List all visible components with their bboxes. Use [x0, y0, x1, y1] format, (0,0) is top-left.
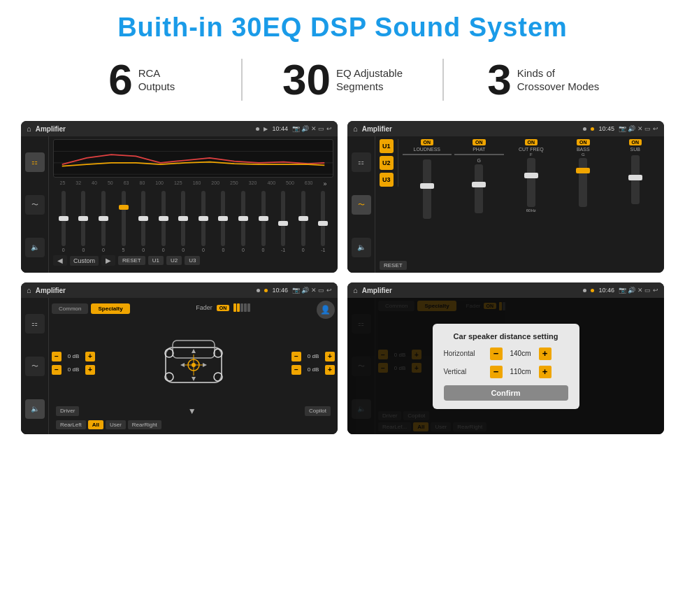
phat-on[interactable]: ON [473, 139, 486, 145]
horizontal-minus-btn[interactable]: − [490, 348, 503, 360]
vertical-minus-btn[interactable]: − [490, 366, 503, 378]
bass-label: BASS [577, 147, 590, 152]
db-plus-3[interactable]: + [325, 352, 335, 361]
horizontal-label: Horizontal [444, 350, 486, 357]
speaker-bottom-btns: Driver ▼ Copilot [52, 404, 335, 418]
screen2-time: 10:45 [598, 125, 614, 132]
eq-icon-btn[interactable]: ⚏ [25, 152, 45, 172]
confirm-button[interactable]: Confirm [444, 385, 568, 401]
screen3-dot2 [264, 289, 268, 292]
btn-rearright[interactable]: RearRight [128, 420, 161, 429]
eq-sliders: 0 0 0 5 0 0 0 0 0 0 0 -1 0 -1 [53, 189, 333, 252]
user-icon[interactable]: 👤 [317, 301, 335, 319]
eq-icon-btn-2[interactable]: ⚏ [352, 152, 371, 172]
wave-btn-2[interactable]: 〜 [352, 195, 371, 215]
stat-crossover-text: Kinds of Crossover Modes [517, 66, 600, 94]
wave-btn[interactable]: 〜 [25, 195, 45, 215]
dialog-overlay: Car speaker distance setting Horizontal … [347, 298, 664, 434]
svg-marker-15 [180, 363, 185, 367]
home-icon[interactable]: ⌂ [27, 124, 31, 133]
car-layout [99, 334, 287, 393]
preset-u1[interactable]: U1 [380, 139, 394, 153]
btn-all[interactable]: All [88, 420, 103, 429]
screen2-icons: 📷 🔊 ✕ ▭ ↩ [619, 125, 658, 132]
eq-icon-btn-3[interactable]: ⚏ [25, 314, 45, 334]
svg-marker-14 [192, 377, 196, 381]
speaker-btn[interactable]: 🔈 [25, 238, 45, 257]
eq-custom-label: Custom [70, 256, 99, 266]
db-minus-2[interactable]: − [52, 365, 62, 375]
vertical-label: Vertical [444, 368, 486, 375]
screen2-title: Amplifier [362, 125, 579, 133]
db-minus-3[interactable]: − [291, 352, 301, 361]
screen4-dot2 [591, 289, 594, 292]
svg-marker-16 [203, 363, 207, 367]
btn-driver[interactable]: Driver [56, 406, 79, 416]
screen-speaker: ⌂ Amplifier 10:46 📷 🔊 ✕ ▭ ↩ ⚏ 〜 🔈 Common… [21, 282, 338, 434]
speaker-btn-2[interactable]: 🔈 [352, 238, 371, 257]
stats-row: 6 RCA Outputs 30 EQ Adjustable Segments … [0, 51, 685, 114]
preset-u3[interactable]: U3 [380, 173, 394, 187]
eq-prev-btn[interactable]: ◀ [53, 255, 67, 266]
fader-on[interactable]: ON [217, 305, 230, 311]
eq-freq-labels: 2532405063 80100125160200 25032040050063… [53, 180, 333, 187]
preset-u2[interactable]: U2 [380, 156, 394, 170]
bass-on[interactable]: ON [577, 139, 590, 145]
screen4-time: 10:46 [598, 287, 614, 294]
eq-next-btn[interactable]: ▶ [101, 255, 115, 266]
vertical-value: 110cm [507, 368, 535, 375]
tab-specialty[interactable]: Specialty [91, 303, 129, 314]
screen1-side-controls: ⚏ 〜 🔈 [21, 136, 49, 273]
sub-on[interactable]: ON [629, 139, 642, 145]
btn-copilot[interactable]: Copilot [305, 406, 331, 416]
cutfreq-on[interactable]: ON [525, 139, 538, 145]
loudness-label: LOUDNESS [414, 147, 441, 152]
fader-label: Fader [196, 304, 212, 311]
screen1-play-icon: ▶ [264, 126, 268, 132]
dialog-horizontal-row: Horizontal − 140cm + [444, 348, 568, 360]
stat-rca-text: RCA Outputs [138, 66, 175, 94]
wave-btn-3[interactable]: 〜 [25, 357, 45, 376]
screens-grid: ⌂ Amplifier ▶ 10:44 📷 🔊 ✕ ▭ ↩ ⚏ 〜 🔈 [0, 114, 685, 448]
stat-eq: 30 EQ Adjustable Segments [243, 58, 442, 101]
eq-reset-btn[interactable]: RESET [118, 256, 145, 265]
horizontal-plus-btn[interactable]: + [539, 348, 551, 360]
screen4-topbar: ⌂ Amplifier 10:46 📷 🔊 ✕ ▭ ↩ [347, 282, 664, 298]
home-icon-4[interactable]: ⌂ [353, 286, 358, 294]
screen2-dot2 [591, 127, 594, 131]
db-plus-2[interactable]: + [85, 365, 95, 375]
eq-u2-btn[interactable]: U2 [166, 256, 182, 265]
stat-rca: 6 RCA Outputs [42, 58, 241, 101]
home-icon-2[interactable]: ⌂ [353, 124, 358, 133]
screen4-dot1 [583, 289, 586, 292]
eq-u1-btn[interactable]: U1 [148, 256, 164, 265]
loudness-on[interactable]: ON [421, 139, 434, 145]
btn-user[interactable]: User [106, 420, 126, 429]
speaker-bottom-btns-2: RearLeft All User RearRight [52, 418, 335, 431]
screen4-title: Amplifier [362, 287, 579, 294]
horizontal-value: 140cm [507, 350, 535, 357]
db-minus-1[interactable]: − [52, 352, 62, 361]
db-minus-4[interactable]: − [291, 365, 301, 375]
screen2-side-controls: ⚏ 〜 🔈 [347, 136, 375, 273]
screen1-topbar: ⌂ Amplifier ▶ 10:44 📷 🔊 ✕ ▭ ↩ [21, 121, 338, 136]
db-plus-4[interactable]: + [325, 365, 335, 375]
stat-eq-text: EQ Adjustable Segments [336, 66, 403, 94]
speaker-tabs: Common Specialty [52, 303, 130, 314]
speaker-btn-3[interactable]: 🔈 [25, 399, 45, 419]
svg-marker-13 [192, 349, 196, 353]
db-plus-1[interactable]: + [85, 352, 95, 361]
screen2-topbar: ⌂ Amplifier 10:45 📷 🔊 ✕ ▭ ↩ [347, 121, 664, 136]
tab-common[interactable]: Common [52, 303, 88, 314]
amp-main-area: U1 U2 U3 ON LOUDNESS [375, 136, 664, 273]
amp-reset-btn[interactable]: RESET [380, 261, 407, 270]
vertical-plus-btn[interactable]: + [539, 366, 551, 378]
stat-eq-number: 30 [282, 58, 331, 101]
screen3-topbar: ⌂ Amplifier 10:46 📷 🔊 ✕ ▭ ↩ [21, 282, 338, 298]
btn-rearleft[interactable]: RearLeft [56, 420, 86, 429]
screen-eq: ⌂ Amplifier ▶ 10:44 📷 🔊 ✕ ▭ ↩ ⚏ 〜 🔈 [21, 121, 338, 273]
home-icon-3[interactable]: ⌂ [27, 286, 31, 294]
eq-u3-btn[interactable]: U3 [185, 256, 200, 265]
stat-crossover: 3 Kinds of Crossover Modes [444, 58, 643, 101]
screen-amp: ⌂ Amplifier 10:45 📷 🔊 ✕ ▭ ↩ ⚏ 〜 🔈 U1 U2 … [347, 121, 664, 273]
